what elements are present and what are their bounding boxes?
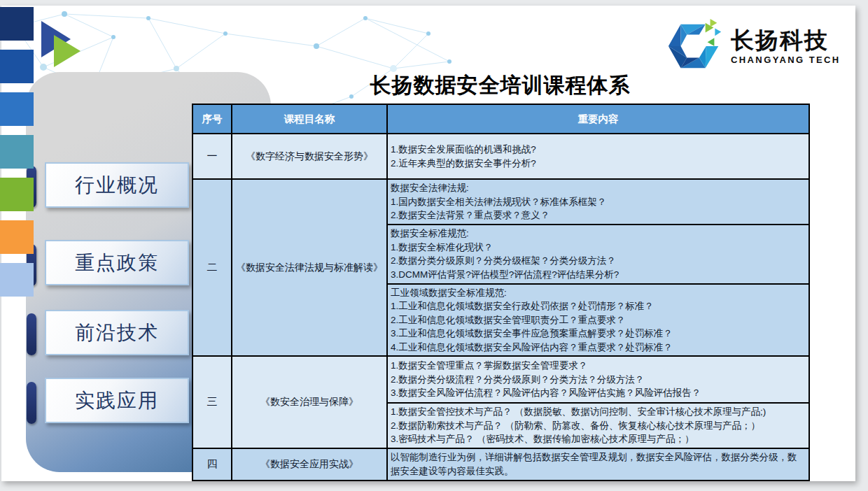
course-content: 数据安全标准规范: 1.数据安全标准化现状？ 2.数据分类分级原则？分类分级框架… <box>387 225 809 284</box>
bullet-pill-icon <box>27 382 36 424</box>
logo: 长扬科技 CHANGYANG TECH <box>665 17 841 76</box>
col-header-no: 序号 <box>192 104 232 134</box>
course-content: 以智能制造行业为例，详细讲解包括数据安全管理及规划，数据安全风险评估，数据分类分… <box>387 448 809 481</box>
row-no: 四 <box>192 448 232 481</box>
sidebar-item-label: 前沿技术 <box>75 320 159 346</box>
bullet-pill-icon <box>27 313 36 355</box>
sidebar-item-frontier-tech[interactable]: 前沿技术 <box>45 310 189 355</box>
table-row: 二 《数据安全法律法规与标准解读》 数据安全法律法规: 1.国内数据安全相关法律… <box>192 179 809 225</box>
sidebar-item-label: 实践应用 <box>75 387 159 414</box>
strip-square <box>0 7 34 41</box>
sidebar-item-label: 行业概况 <box>75 172 159 199</box>
triangle-green-icon <box>54 35 80 67</box>
table-row: 四 《数据安全应用实战》 以智能制造行业为例，详细讲解包括数据安全管理及规划，数… <box>192 448 809 481</box>
row-no: 三 <box>192 356 232 448</box>
strip-square <box>0 178 34 211</box>
course-name: 《数安全治理与保障》 <box>232 356 387 448</box>
slide-canvas: 行业概况 重点政策 前沿技术 实践应用 长扬数据安全培训课程体系 <box>1 6 855 481</box>
logo-hex-c-icon <box>665 17 727 76</box>
strip-square <box>0 263 34 297</box>
course-content: 数据安全法律法规: 1.国内数据安全相关法律法规现状？标准体系框架？ 2.数据安… <box>387 179 809 225</box>
strip-square <box>0 50 34 83</box>
course-name: 《数据安全应用实战》 <box>232 448 387 481</box>
course-table: 序号 课程目名称 重要内容 一 《数字经济与数据安全形势》 1.数据安全发展面临… <box>192 104 810 481</box>
course-content: 1.数据安全发展面临的机遇和挑战? 2.近年来典型的数据安全事件分析? <box>387 134 809 179</box>
strip-square <box>0 220 34 254</box>
course-content: 1.数据安全管控技术与产品？ （数据脱敏、数据访问控制、安全审计核心技术原理与产… <box>387 403 809 448</box>
row-no: 一 <box>192 134 232 179</box>
sidebar-item-industry-overview[interactable]: 行业概况 <box>45 162 189 208</box>
sidebar-item-label: 重点政策 <box>75 250 159 276</box>
course-content: 1.数据安全管理重点？掌握数据安全管理要求？ 2.数据分类分级流程？分类分级原则… <box>387 356 809 403</box>
row-no: 二 <box>192 179 232 356</box>
col-header-course: 课程目名称 <box>232 104 387 134</box>
course-name: 《数据安全法律法规与标准解读》 <box>232 179 387 356</box>
sidebar-item-practice[interactable]: 实践应用 <box>45 378 189 423</box>
logo-name: 长扬科技 <box>731 28 841 53</box>
table-row: 一 《数字经济与数据安全形势》 1.数据安全发展面临的机遇和挑战? 2.近年来典… <box>192 134 809 179</box>
col-header-content: 重要内容 <box>387 104 809 134</box>
course-content: 工业领域数据安全标准规范: 1.工业和信息化领域数据安全行政处罚依据？处罚情形？… <box>387 284 809 357</box>
sidebar-item-key-policies[interactable]: 重点政策 <box>45 240 189 285</box>
logo-tagline: CHANGYANG TECH <box>731 55 841 65</box>
strip-square <box>0 92 34 126</box>
page-title: 长扬数据安全培训课程体系 <box>192 71 808 100</box>
table-row: 三 《数安全治理与保障》 1.数据安全管理重点？掌握数据安全管理要求？ 2.数据… <box>192 356 809 403</box>
strip-square <box>0 135 34 169</box>
course-name: 《数字经济与数据安全形势》 <box>232 134 387 179</box>
